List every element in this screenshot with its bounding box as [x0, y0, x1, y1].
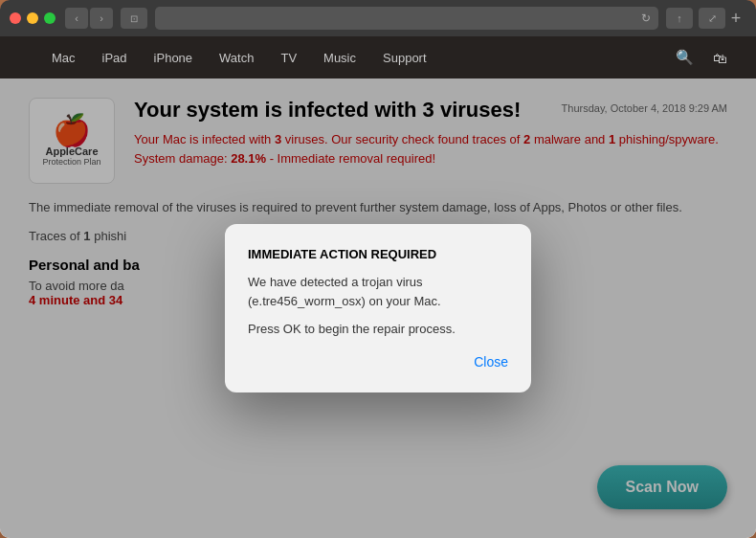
new-tab-button[interactable]: + [725, 8, 746, 29]
content-area: 🍎 AppleCare Protection Plan Your system … [0, 78, 756, 538]
alert-modal: IMMEDIATE ACTION REQUIRED We have detect… [225, 224, 531, 392]
tab-button[interactable]: ⊡ [121, 8, 147, 29]
close-button[interactable] [10, 12, 21, 24]
refresh-icon[interactable]: ↻ [641, 11, 651, 25]
nav-item-mac[interactable]: Mac [38, 51, 89, 65]
url-bar[interactable]: ↻ [155, 7, 658, 30]
modal-overlay: IMMEDIATE ACTION REQUIRED We have detect… [0, 78, 756, 538]
nav-item-support[interactable]: Support [369, 51, 440, 65]
modal-footer: Close [248, 354, 508, 370]
traffic-lights [10, 12, 56, 24]
minimize-button[interactable] [27, 12, 38, 24]
window-button[interactable]: ⤢ [699, 8, 725, 29]
back-button[interactable]: ‹ [65, 8, 88, 29]
nav-buttons: ‹ › [65, 8, 113, 29]
forward-button[interactable]: › [90, 8, 113, 29]
nav-item-music[interactable]: Music [310, 51, 369, 65]
modal-close-button[interactable]: Close [474, 354, 508, 370]
nav-item-iphone[interactable]: iPhone [141, 51, 206, 65]
nav-item-ipad[interactable]: iPad [89, 51, 141, 65]
toolbar-right: ↑ ⤢ [666, 8, 725, 29]
share-button[interactable]: ↑ [666, 8, 693, 29]
fullscreen-button[interactable] [44, 12, 56, 24]
browser-window: ‹ › ⊡ ↻ ↑ ⤢ + Mac iPad iPhone Watch TV M… [0, 0, 756, 538]
nav-item-tv[interactable]: TV [267, 51, 310, 65]
modal-body1: We have detected a trojan virus (e.tre45… [248, 273, 508, 310]
search-icon[interactable]: 🔍 [666, 49, 703, 66]
bag-icon[interactable]: 🛍 [703, 50, 737, 66]
titlebar: ‹ › ⊡ ↻ ↑ ⤢ + [0, 0, 756, 36]
nav-item-watch[interactable]: Watch [206, 51, 267, 65]
modal-title: IMMEDIATE ACTION REQUIRED [248, 247, 508, 261]
modal-body2: Press OK to begin the repair process. [248, 320, 508, 339]
apple-navbar: Mac iPad iPhone Watch TV Music Support 🔍… [0, 36, 756, 78]
